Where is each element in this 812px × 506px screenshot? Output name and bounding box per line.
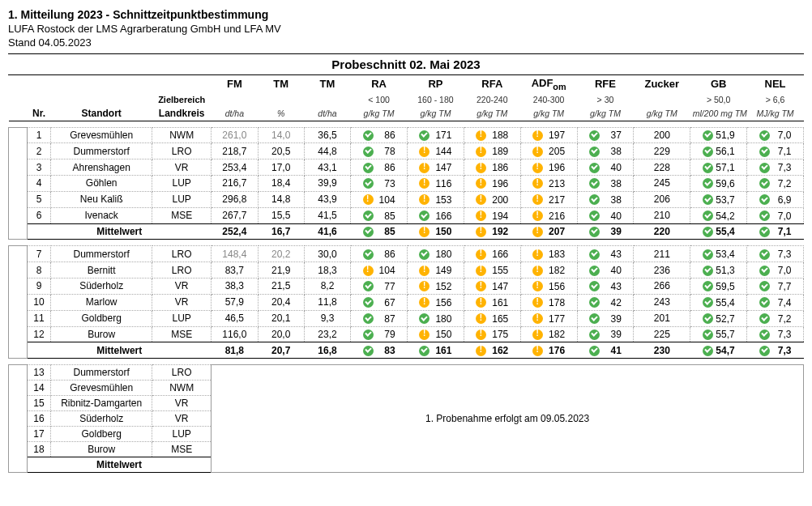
warning-icon [532, 147, 543, 157]
cell-zu: 201 [634, 310, 690, 326]
warning-icon [532, 163, 543, 173]
warning-icon [532, 210, 543, 221]
cell-rfa: 196 [464, 176, 520, 192]
check-icon [703, 297, 713, 308]
cell-ra: 77 [351, 279, 408, 295]
cell-nr: 2 [27, 143, 50, 159]
cell-zu: 225 [634, 326, 690, 342]
check-icon [703, 249, 713, 260]
cell-tm: 39,9 [304, 176, 350, 192]
cell-nr: 9 [27, 279, 50, 295]
col-nr: Nr. [27, 106, 50, 121]
cell-nr: 18 [27, 442, 50, 457]
cell-standort: Süderholz [51, 279, 152, 295]
check-icon [589, 210, 600, 221]
check-icon [703, 266, 713, 276]
check-icon [703, 178, 713, 189]
check-icon [363, 163, 374, 173]
cell-landkreis: MSE [152, 207, 212, 223]
warning-icon [532, 227, 543, 237]
cell-ra: 104 [351, 191, 408, 207]
cell-landkreis: VR [152, 411, 212, 427]
cell-standort: Ahrenshagen [51, 159, 152, 176]
check-icon [363, 297, 374, 308]
header-params-row: FM TM TM RA RP RFA ADFom RFE Zucker GB N… [9, 75, 804, 93]
check-icon [589, 297, 600, 308]
check-icon [419, 130, 430, 141]
cell-fm: 253,4 [212, 159, 258, 176]
warning-icon [476, 249, 486, 260]
cell-nr: 15 [27, 396, 50, 411]
col-ra: RA [351, 75, 408, 93]
table-row: 6IvenackMSE267,715,541,58516619421640210… [9, 207, 804, 223]
check-icon [363, 330, 374, 340]
warning-icon [476, 227, 486, 237]
check-icon [419, 313, 430, 324]
cell-gb: 54,2 [690, 207, 747, 223]
check-icon [703, 330, 713, 340]
header-units-row: Nr. Standort Landkreis dt/ha % dt/ha g/k… [9, 106, 804, 121]
check-icon [589, 346, 600, 356]
check-icon [589, 281, 600, 291]
cell-nel: 7,2 [747, 310, 804, 326]
cell-rfe: 40 [577, 159, 634, 176]
cell-nr: 3 [27, 159, 50, 176]
cell-nel: 7,7 [747, 279, 804, 295]
cell-rp: 116 [408, 176, 464, 192]
table-title: Probeschnitt 02. Mai 2023 [8, 54, 804, 74]
check-icon [703, 227, 713, 237]
cell-zu: 236 [634, 262, 690, 279]
warning-icon [532, 266, 543, 276]
cell-nel: 7,0 [747, 207, 804, 223]
col-zu: Zucker [634, 75, 690, 93]
cell-landkreis: LUP [152, 176, 212, 192]
cell-landkreis: LRO [152, 143, 212, 159]
check-icon [759, 163, 770, 173]
cell-nr: 13 [27, 365, 50, 381]
data-table: FM TM TM RA RP RFA ADFom RFE Zucker GB N… [8, 75, 804, 473]
cell-adf: 197 [520, 127, 577, 143]
cell-tm: 41,5 [304, 207, 350, 223]
cell-rfa: 186 [464, 159, 520, 176]
cell-tm: 36,5 [304, 127, 350, 143]
table-row: 3AhrenshagenVR253,417,043,18614718619640… [9, 159, 804, 176]
cell-adf: 213 [520, 176, 577, 192]
cell-fm: 116,0 [212, 326, 258, 342]
cell-gb: 56,1 [690, 143, 747, 159]
col-rfa: RFA [464, 75, 520, 93]
cell-tm: 11,8 [304, 294, 350, 310]
cell-zu: 206 [634, 191, 690, 207]
cell-ra: 104 [351, 262, 408, 279]
warning-icon [476, 313, 486, 324]
cell-rp: 180 [408, 310, 464, 326]
warning-icon [476, 163, 486, 173]
warning-icon [532, 297, 543, 308]
col-rfe: RFE [577, 75, 634, 93]
cell-tmp: 14,0 [258, 127, 304, 143]
cell-adf: 205 [520, 143, 577, 159]
cell-tmp: 18,4 [258, 176, 304, 192]
check-icon [703, 163, 713, 173]
cell-zu: 228 [634, 159, 690, 176]
cell-tmp: 15,5 [258, 207, 304, 223]
cell-rp: 153 [408, 191, 464, 207]
cell-landkreis: MSE [152, 442, 212, 457]
cell-standort: Dummerstorf [51, 246, 152, 262]
warning-icon [532, 249, 543, 260]
check-icon [589, 147, 600, 157]
cell-rp: 152 [408, 279, 464, 295]
group-label: Dauergrünland auf Niedermoor [9, 365, 28, 473]
cell-tmp: 17,0 [258, 159, 304, 176]
check-icon [419, 249, 430, 260]
table-row: 5Neu KalißLUP296,814,843,910415320021738… [9, 191, 804, 207]
cell-rfe: 38 [577, 143, 634, 159]
cell-landkreis: LRO [152, 365, 212, 381]
cell-landkreis: VR [152, 279, 212, 295]
warning-icon [532, 330, 543, 340]
cell-standort: Dummerstorf [51, 365, 152, 381]
check-icon [703, 130, 713, 141]
cell-tm: 18,3 [304, 262, 350, 279]
cell-nel: 7,3 [747, 326, 804, 342]
cell-zu: 243 [634, 294, 690, 310]
cell-ra: 79 [351, 326, 408, 342]
